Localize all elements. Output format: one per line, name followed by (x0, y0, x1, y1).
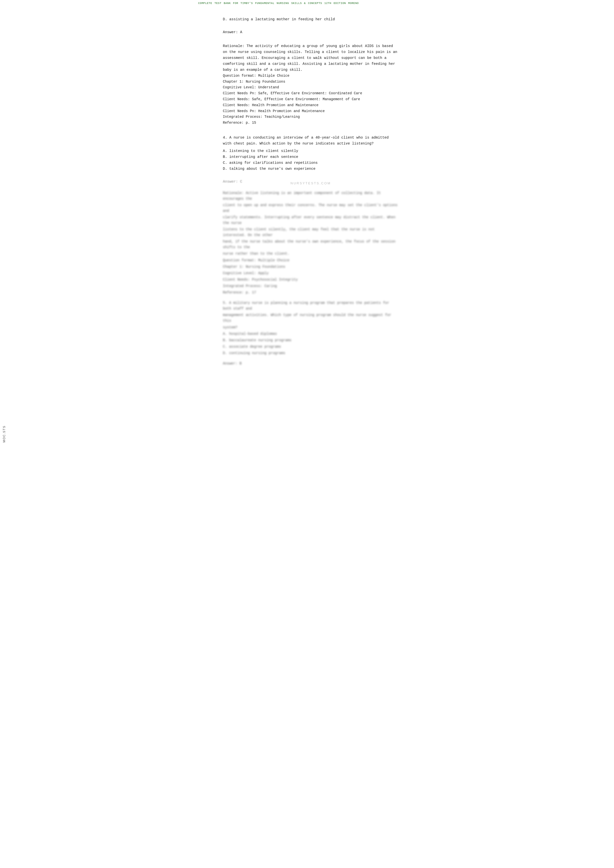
q3-meta-1: Question format: Multiple Choice (223, 73, 399, 79)
header-text: COMPLETE TEST BANK FOR TIMBY'S FUNDAMENT… (198, 2, 359, 5)
question4-option-d: D. talking about the nurse's own experie… (223, 166, 399, 172)
q3-meta-9: Reference: p. 15 (223, 120, 399, 126)
q3-meta-2: Chapter 1: Nursing Foundations (223, 79, 399, 85)
question3-option-d: D. assisting a lactating mother in feedi… (223, 17, 399, 23)
question3-answer: Answer: A (223, 29, 399, 36)
q3-meta-8: Integrated Process: Teaching/Learning (223, 114, 399, 120)
q3-meta-6: Client Needs: Health Promotion and Maint… (223, 102, 399, 108)
question3-option-d-block: D. assisting a lactating mother in feedi… (223, 17, 399, 23)
q3-meta-3: Cognitive Level: Understand (223, 85, 399, 91)
question4-block: 4. A nurse is conducting an interview of… (223, 135, 399, 172)
q3-meta-5: Client Needs: Safe, Effective Care Envir… (223, 96, 399, 102)
watermark: NURSYTESTS.COM (290, 181, 331, 185)
question4-answer-area: Answer: C NURSYTESTS.COM (223, 179, 399, 186)
rationale-line-1: Rationale: The activity of educating a g… (223, 43, 399, 73)
question5-block-blurred: 5. A military nurse is planning a nursin… (223, 300, 399, 356)
question3-rationale: Rationale: The activity of educating a g… (223, 43, 399, 126)
q3-meta-7: Client Needs Pn: Health Promotion and Ma… (223, 108, 399, 114)
question4-option-b: B. interrupting after each sentence (223, 154, 399, 160)
question4-option-c: C. asking for clarifications and repetit… (223, 160, 399, 166)
question4-option-a: A. listening to the client silently (223, 148, 399, 154)
question5-answer-blurred: Answer: B (223, 361, 399, 366)
question4-rationale-blurred: Rationale: Active listening is an import… (223, 190, 399, 296)
question4-text: 4. A nurse is conducting an interview of… (223, 135, 399, 147)
page-header: COMPLETE TEST BANK FOR TIMBY'S FUNDAMENT… (196, 0, 419, 7)
q3-meta-4: Client Needs Pn: Safe, Effective Care En… (223, 91, 399, 96)
